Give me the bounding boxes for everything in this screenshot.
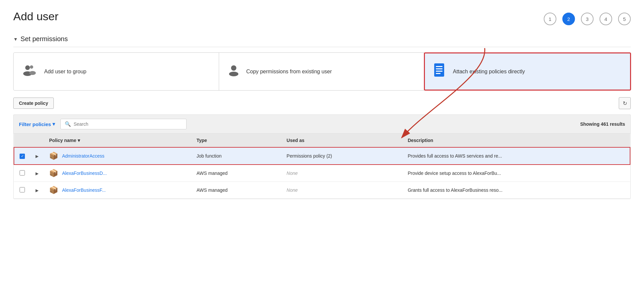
search-input[interactable]: [74, 121, 182, 127]
filter-chevron-icon: ▾: [52, 121, 55, 127]
section-chevron-icon[interactable]: ▼: [13, 36, 18, 42]
row-2-name-cell: 📦 AlexaForBusinessD...: [44, 165, 191, 182]
col-type: Type: [191, 134, 281, 147]
refresh-button[interactable]: ↻: [619, 97, 631, 109]
group-icon: [22, 63, 38, 80]
person-icon: [227, 63, 240, 80]
annotation-container: Filter policies ▾ 🔍 Showing 461 results …: [13, 114, 631, 199]
step-1[interactable]: 1: [544, 13, 556, 25]
table-body: ✓ ▶ 📦 AdministratorAccess Job function P…: [14, 147, 630, 199]
search-box: 🔍: [60, 119, 187, 129]
row-1-used-as: Permissions policy (2): [281, 147, 402, 165]
search-icon: 🔍: [65, 121, 71, 127]
row-1-checkbox-cell[interactable]: ✓: [14, 147, 30, 165]
row-1-name-cell: 📦 AdministratorAccess: [44, 147, 191, 165]
row-3-used-as: None: [281, 182, 402, 199]
results-count: Showing 461 results: [580, 121, 625, 127]
svg-rect-7: [436, 66, 443, 67]
row-2-used-as: None: [281, 165, 402, 182]
svg-rect-10: [436, 73, 441, 74]
row-2-checkbox[interactable]: [20, 170, 25, 176]
toolbar-row: Create policy ↻: [13, 97, 631, 109]
row-1-policy-icon: 📦: [49, 152, 58, 160]
row-3-type: AWS managed: [191, 182, 281, 199]
row-3-expand-cell[interactable]: ▶: [30, 182, 44, 199]
col-used-as: Used as: [281, 134, 402, 147]
step-4[interactable]: 4: [600, 13, 612, 25]
row-3-used-as-none: None: [286, 187, 297, 193]
svg-rect-8: [436, 68, 443, 69]
row-1-expand-cell[interactable]: ▶: [30, 147, 44, 165]
refresh-icon: ↻: [623, 100, 627, 107]
row-3-checkbox-cell[interactable]: [14, 182, 30, 199]
table-row[interactable]: ✓ ▶ 📦 AdministratorAccess Job function P…: [14, 147, 630, 165]
row-3-policy-name[interactable]: AlexaForBusinessF...: [62, 187, 106, 193]
attach-policies-label: Attach existing policies directly: [453, 69, 525, 75]
row-3-policy-icon: 📦: [49, 186, 58, 194]
row-2-used-as-none: None: [286, 171, 297, 176]
table-row[interactable]: ▶ 📦 AlexaForBusinessF... AWS managed Non…: [14, 182, 630, 199]
step-2[interactable]: 2: [562, 13, 575, 25]
row-1-type: Job function: [191, 147, 281, 165]
row-1-expand-icon[interactable]: ▶: [36, 154, 39, 159]
policy-table: Policy name ▾ Type Used as Description ✓…: [14, 134, 630, 199]
svg-point-5: [229, 72, 238, 76]
col-checkbox: [14, 134, 30, 147]
document-icon: [433, 63, 447, 80]
row-1-description: Provides full access to AWS services and…: [402, 147, 630, 165]
add-to-group-label: Add user to group: [44, 69, 86, 75]
row-3-expand-icon[interactable]: ▶: [36, 188, 39, 193]
row-2-type: AWS managed: [191, 165, 281, 182]
col-description: Description: [402, 134, 630, 147]
table-row[interactable]: ▶ 📦 AlexaForBusinessD... AWS managed Non…: [14, 165, 630, 182]
step-5[interactable]: 5: [618, 13, 631, 25]
col-expand: [30, 134, 44, 147]
row-2-checkbox-cell[interactable]: [14, 165, 30, 182]
svg-point-0: [25, 65, 30, 70]
table-container: Policy name ▾ Type Used as Description ✓…: [13, 133, 631, 199]
svg-point-1: [30, 65, 33, 69]
filter-bar: Filter policies ▾ 🔍 Showing 461 results: [13, 114, 631, 133]
section-header: ▼ Set permissions: [13, 35, 631, 47]
row-2-description: Provide device setup access to AlexaForB…: [402, 165, 630, 182]
row-3-description: Grants full access to AlexaForBusiness r…: [402, 182, 630, 199]
filter-label: Filter policies: [19, 121, 51, 127]
row-2-policy-name[interactable]: AlexaForBusinessD...: [62, 171, 107, 176]
row-2-expand-cell[interactable]: ▶: [30, 165, 44, 182]
filter-policies-button[interactable]: Filter policies ▾: [19, 121, 55, 127]
svg-rect-6: [434, 63, 444, 77]
create-policy-button[interactable]: Create policy: [13, 98, 54, 109]
row-3-checkbox[interactable]: [20, 187, 25, 192]
row-1-policy-name[interactable]: AdministratorAccess: [62, 153, 105, 159]
step-indicator: 1 2 3 4 5: [544, 13, 631, 25]
permission-options: Add user to group Copy permissions from …: [13, 52, 631, 91]
row-3-name-cell: 📦 AlexaForBusinessF...: [44, 182, 191, 199]
row-2-policy-icon: 📦: [49, 169, 58, 178]
svg-point-3: [29, 71, 36, 75]
step-3[interactable]: 3: [581, 13, 594, 25]
col-policy-name[interactable]: Policy name ▾: [44, 134, 191, 147]
row-1-checkbox[interactable]: ✓: [20, 154, 25, 159]
attach-policies-option[interactable]: Attach existing policies directly: [424, 52, 631, 91]
copy-permissions-label: Copy permissions from existing user: [246, 69, 332, 75]
page-header: Add user 1 2 3 4 5: [13, 10, 631, 25]
table-header: Policy name ▾ Type Used as Description: [14, 134, 630, 147]
copy-permissions-option[interactable]: Copy permissions from existing user: [219, 52, 425, 91]
row-2-expand-icon[interactable]: ▶: [36, 171, 39, 176]
add-to-group-option[interactable]: Add user to group: [13, 52, 219, 91]
page-title: Add user: [13, 10, 58, 23]
svg-point-4: [231, 65, 236, 71]
section-title: Set permissions: [21, 35, 68, 43]
svg-rect-9: [436, 71, 443, 72]
